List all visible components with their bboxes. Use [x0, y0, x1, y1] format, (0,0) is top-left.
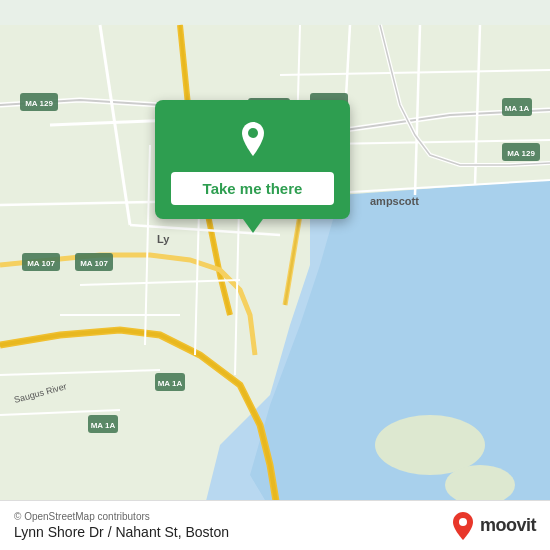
svg-text:MA 107: MA 107 — [27, 259, 55, 268]
moovit-pin-icon — [452, 512, 474, 540]
map-background: MA 129 MA 107 MA 1A MA 1A MA 107 MA 129A… — [0, 0, 550, 550]
svg-text:Ly: Ly — [157, 233, 170, 245]
map-container: MA 129 MA 107 MA 1A MA 1A MA 107 MA 129A… — [0, 0, 550, 550]
moovit-logo: moovit — [452, 512, 536, 540]
svg-text:MA 1A: MA 1A — [505, 104, 530, 113]
svg-text:MA 107: MA 107 — [80, 259, 108, 268]
popup-card: Take me there — [155, 100, 350, 219]
svg-point-45 — [459, 518, 467, 526]
bottom-left-info: © OpenStreetMap contributors Lynn Shore … — [14, 511, 229, 540]
copyright-text: © OpenStreetMap contributors — [14, 511, 229, 522]
svg-text:MA 129: MA 129 — [507, 149, 535, 158]
svg-text:MA 1A: MA 1A — [91, 421, 116, 430]
take-me-there-button[interactable]: Take me there — [171, 172, 334, 205]
location-text: Lynn Shore Dr / Nahant St, Boston — [14, 524, 229, 540]
bottom-bar: © OpenStreetMap contributors Lynn Shore … — [0, 500, 550, 550]
svg-text:MA 129: MA 129 — [25, 99, 53, 108]
svg-text:ampscott: ampscott — [370, 195, 419, 207]
svg-text:MA 1A: MA 1A — [158, 379, 183, 388]
svg-point-44 — [248, 128, 258, 138]
svg-point-4 — [445, 465, 515, 505]
location-pin-icon — [231, 118, 275, 162]
svg-point-3 — [375, 415, 485, 475]
moovit-brand-text: moovit — [480, 515, 536, 536]
